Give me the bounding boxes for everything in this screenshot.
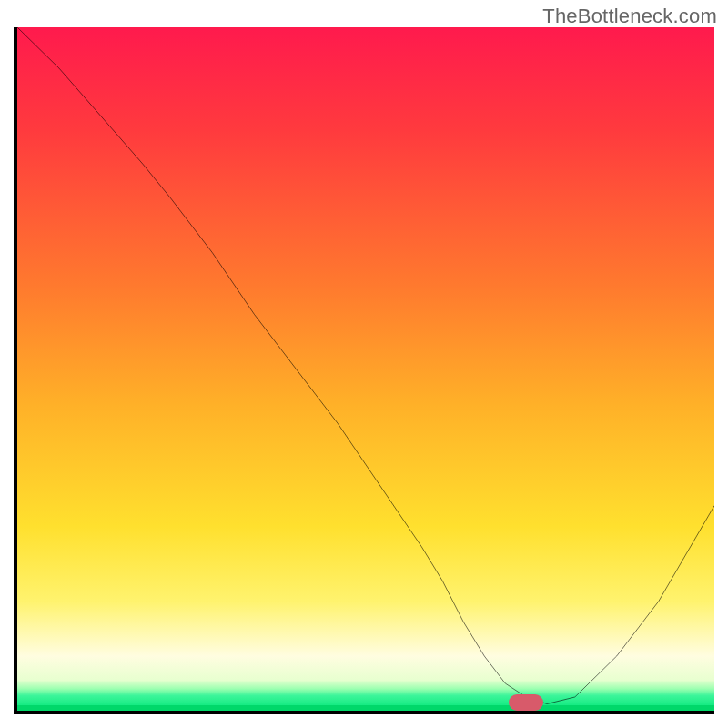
- plot-area: [14, 27, 714, 714]
- bottleneck-chart: TheBottleneck.com: [0, 0, 728, 728]
- gradient-background: [17, 27, 714, 711]
- watermark-text: TheBottleneck.com: [542, 5, 717, 28]
- green-bottom-strip: [17, 705, 714, 711]
